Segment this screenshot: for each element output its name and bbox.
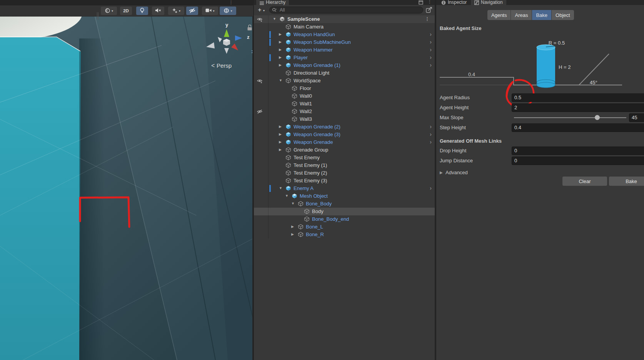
tab-navigation[interactable]: Navigation [471, 0, 506, 5]
advanced-foldout-label[interactable]: Advanced [445, 170, 468, 175]
foldout-open-icon[interactable]: ▼ [273, 17, 276, 21]
hierarchy-row[interactable]: ▶Weapon Grenade (2)› [254, 123, 435, 131]
hierarchy-row[interactable]: Directional Light [254, 69, 435, 77]
drop-height-field[interactable]: 0 [512, 147, 644, 155]
prefab-chevron-icon[interactable]: › [430, 131, 432, 137]
hidden-objects-button[interactable] [186, 7, 198, 15]
scene-3d-canvas[interactable]: y z x < Persp [0, 0, 253, 360]
prefab-chevron-icon[interactable]: › [430, 39, 432, 45]
max-slope-field[interactable]: 45 [629, 113, 644, 122]
add-dropdown-caret-icon[interactable]: ▾ [263, 9, 265, 12]
hierarchy-row[interactable]: ▼WorldSpace [254, 77, 435, 85]
clear-button[interactable]: Clear [562, 177, 607, 186]
scene-gizmos-button[interactable]: ▾ [220, 7, 236, 15]
hierarchy-row[interactable]: Wall3 [254, 115, 435, 123]
hierarchy-row[interactable]: Floor [254, 85, 435, 92]
foldout-closed-icon[interactable]: ▶ [279, 140, 282, 144]
hierarchy-row[interactable]: Test Enemy (2) [254, 169, 435, 177]
foldout-open-icon[interactable]: ▼ [279, 78, 282, 82]
dropdown-caret-icon[interactable]: ▾ [112, 9, 113, 13]
advanced-foldout-icon[interactable]: ▶ [440, 170, 443, 175]
visibility-eye-icon[interactable] [257, 17, 263, 23]
foldout-open-icon[interactable]: ▼ [279, 186, 282, 190]
foldout-closed-icon[interactable]: ▶ [279, 132, 282, 136]
scene-lighting-button[interactable] [136, 7, 148, 15]
hierarchy-row[interactable]: ▼SampleScene⋮ [254, 15, 435, 23]
projection-label[interactable]: Persp [217, 62, 232, 69]
2d-toggle-button[interactable]: 2D [120, 7, 132, 15]
foldout-open-icon[interactable]: ▼ [291, 202, 295, 205]
foldout-closed-icon[interactable]: ▶ [279, 40, 282, 44]
camera-settings-button[interactable]: ▾ [202, 7, 218, 15]
hierarchy-row[interactable]: ▶Weapon Hammer› [254, 46, 435, 54]
jump-distance-field[interactable]: 0 [512, 157, 644, 165]
foldout-closed-icon[interactable]: ▶ [279, 32, 282, 36]
prefab-chevron-icon[interactable]: › [430, 31, 432, 37]
scene-viewport[interactable]: y z x < Persp ⋮ ▾2D▾▾▾ [0, 0, 253, 360]
foldout-open-icon[interactable]: ▼ [285, 194, 289, 198]
prefab-chevron-icon[interactable]: › [430, 62, 432, 68]
prefab-chevron-icon[interactable]: › [430, 47, 432, 53]
foldout-closed-icon[interactable]: ▶ [279, 125, 282, 128]
foldout-closed-icon[interactable]: ▶ [279, 63, 282, 67]
visibility-off-icon[interactable] [257, 109, 263, 116]
kebab-menu-icon[interactable]: ⋮ [428, 0, 432, 4]
hierarchy-row[interactable]: Test Enemy [254, 154, 435, 162]
visibility-eye-icon[interactable] [257, 78, 263, 85]
hierarchy-row[interactable]: ▶Weapon Grenade› [254, 138, 435, 146]
shading-mode-button[interactable]: ▾ [101, 7, 117, 15]
step-height-field[interactable]: 0.4 [512, 123, 644, 132]
maximize-window-icon[interactable] [419, 0, 423, 5]
hierarchy-row[interactable]: Wall0 [254, 92, 435, 100]
audio-mute-button[interactable] [152, 7, 164, 15]
prefab-chevron-icon[interactable]: › [430, 139, 432, 145]
hierarchy-row[interactable]: ▶Weapon Grenade (1)› [254, 62, 435, 69]
bake-button[interactable]: Bake [609, 177, 644, 186]
prefab-chevron-icon[interactable]: › [430, 54, 432, 60]
hierarchy-row[interactable]: ▶Weapon HandGun› [254, 31, 435, 38]
mode-tab-areas[interactable]: Areas [511, 10, 532, 20]
hierarchy-row[interactable]: Test Enemy (1) [254, 162, 435, 169]
max-slope-slider-track[interactable] [514, 117, 626, 118]
hierarchy-row[interactable]: Body [254, 208, 435, 215]
agent-height-field[interactable]: 2 [512, 103, 644, 112]
kebab-menu-icon[interactable]: ⋮ [229, 0, 233, 5]
hierarchy-row[interactable]: ▼Mesh Object [254, 192, 435, 200]
max-slope-slider-handle[interactable] [595, 115, 600, 120]
kebab-menu-icon[interactable]: ⋮ [425, 17, 429, 22]
hierarchy-row[interactable]: Main Camera [254, 23, 435, 31]
hierarchy-row[interactable]: ▶Grenade Group [254, 146, 435, 154]
foldout-closed-icon[interactable]: ▶ [279, 48, 282, 52]
mode-tab-object[interactable]: Object [552, 10, 574, 20]
agent-radius-field[interactable]: 0.5 [512, 93, 644, 102]
add-object-button[interactable]: + [256, 7, 263, 13]
hierarchy-row[interactable]: Wall2 [254, 108, 435, 115]
hierarchy-row[interactable]: ▶Weapon SubMachineGun› [254, 38, 435, 46]
prefab-chevron-icon[interactable]: › [430, 123, 432, 130]
effects-button[interactable]: ▾ [168, 7, 184, 15]
foldout-closed-icon[interactable]: ▶ [291, 225, 294, 228]
teal-wall[interactable] [0, 37, 81, 360]
hierarchy-row[interactable]: Bone_Body_end [254, 215, 435, 223]
pick-object-icon[interactable] [426, 7, 432, 13]
hierarchy-row[interactable]: ▼Bone_Body [254, 200, 435, 208]
foldout-closed-icon[interactable]: ▶ [279, 148, 282, 152]
mode-tab-bake[interactable]: Bake [532, 10, 552, 20]
prefab-chevron-icon[interactable]: › [430, 185, 432, 191]
hierarchy-row[interactable]: ▼Enemy A› [254, 185, 435, 192]
foldout-closed-icon[interactable]: ▶ [291, 232, 294, 236]
tab-hierarchy[interactable]: Hierarchy [256, 0, 289, 5]
hierarchy-row[interactable]: Test Enemy (3) [254, 177, 435, 185]
dropdown-caret-icon[interactable]: ▾ [213, 9, 214, 13]
hierarchy-row[interactable]: ▶Player› [254, 54, 435, 62]
hierarchy-row[interactable]: Wall1 [254, 100, 435, 108]
foldout-closed-icon[interactable]: ▶ [279, 55, 282, 59]
hierarchy-row[interactable]: ▶Weapon Grenade (3)› [254, 131, 435, 138]
dropdown-caret-icon[interactable]: ▾ [230, 9, 232, 13]
search-input[interactable] [269, 7, 423, 13]
hierarchy-row[interactable]: ▶Bone_R [254, 231, 435, 238]
dropdown-caret-icon[interactable]: ▾ [179, 9, 180, 13]
tab-inspector[interactable]: Inspector [438, 0, 470, 5]
hierarchy-row[interactable]: ▶Bone_L [254, 223, 435, 231]
mode-tab-agents[interactable]: Agents [487, 10, 511, 20]
